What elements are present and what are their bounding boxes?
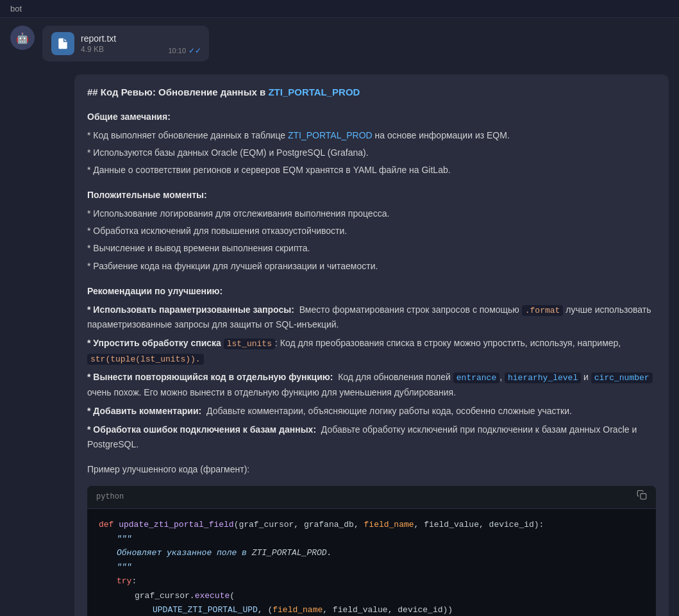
- svg-rect-0: [641, 494, 646, 499]
- file-time: 10:10 ✓✓: [168, 46, 201, 55]
- file-type-icon: [51, 32, 74, 55]
- portal-inline-link: ZTI_PORTAL_PROD: [288, 130, 373, 140]
- spacer: [10, 74, 35, 616]
- rec-item-4: * Добавить комментарии: Добавьте коммент…: [87, 404, 656, 419]
- portal-link: ZTI_PORTAL_PROD: [268, 87, 360, 97]
- general-item-3: * Данные о соответствии регионов и серве…: [87, 163, 656, 178]
- general-title: Общие замечания:: [87, 110, 656, 124]
- recommendations-title: Рекомендации по улучшению:: [87, 284, 656, 299]
- read-receipt: ✓✓: [189, 46, 201, 55]
- rec-item-1: * Использовать параметризованные запросы…: [87, 303, 656, 333]
- avatar: 🤖: [10, 26, 35, 50]
- file-message: report.txt 4.9 KB 10:10 ✓✓: [42, 26, 209, 62]
- rec-item-2: * Упростить обработку списка lst_units: …: [87, 336, 656, 366]
- positive-item-1: * Использование логирования для отслежив…: [87, 206, 656, 221]
- code-block-wrapper: python def update_zti_portal_field(graf_…: [87, 486, 656, 616]
- message-heading: ## Код Ревью: Обновление данных в ZTI_PO…: [87, 85, 656, 101]
- copy-icon[interactable]: [637, 490, 647, 504]
- positive-item-2: * Обработка исключений для повышения отк…: [87, 224, 656, 238]
- general-item-1: * Код выполняет обновление данных в табл…: [87, 128, 656, 143]
- example-title: Пример улучшенного кода (фрагмент):: [87, 462, 656, 477]
- time-label: 10:10: [168, 47, 186, 54]
- positive-title: Положительные моменты:: [87, 188, 656, 203]
- positive-item-3: * Вычисление и вывод времени выполнения …: [87, 241, 656, 256]
- rec-item-3: * Вынести повторяющийся код в отдельную …: [87, 370, 656, 400]
- file-name: report.txt: [81, 33, 200, 44]
- file-message-row: 🤖 report.txt 4.9 KB 10:10 ✓✓: [10, 26, 669, 69]
- positive-item-4: * Разбиение кода на функции для лучшей о…: [87, 259, 656, 274]
- lang-label: python: [96, 491, 124, 504]
- general-item-2: * Используются базы данных Oracle (EQM) …: [87, 146, 656, 160]
- rec-item-5: * Обработка ошибок подключения к базам д…: [87, 422, 656, 452]
- code-block-header: python: [87, 486, 656, 509]
- message-bubble: ## Код Ревью: Обновление данных в ZTI_PO…: [74, 74, 669, 616]
- chat-container: 🤖 report.txt 4.9 KB 10:10 ✓✓ ##: [0, 18, 679, 616]
- main-message-row: ## Код Ревью: Обновление данных в ZTI_PO…: [10, 74, 669, 616]
- code-block: def update_zti_portal_field(graf_cursor,…: [87, 509, 656, 616]
- top-bar: bot: [0, 0, 679, 18]
- bot-label: bot: [10, 4, 22, 13]
